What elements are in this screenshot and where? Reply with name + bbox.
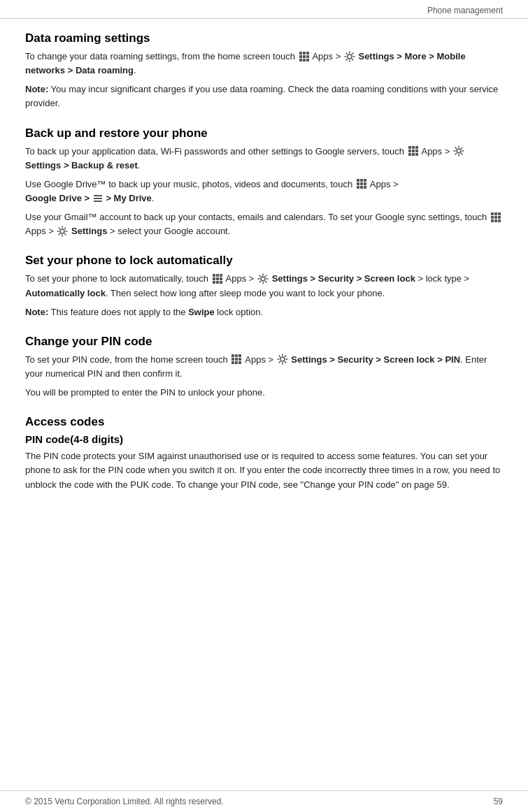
svg-rect-29 <box>94 195 102 196</box>
svg-rect-8 <box>306 59 309 61</box>
svg-point-61 <box>280 357 285 361</box>
settings-icon-4 <box>257 273 269 284</box>
nav-settings-more: Settings > More > <box>358 51 434 61</box>
svg-rect-7 <box>303 59 306 61</box>
nav-pin: PIN <box>445 354 460 365</box>
svg-rect-32 <box>491 212 494 215</box>
section-change-pin: Change your PIN code To set your PIN cod… <box>25 335 503 400</box>
section-set-lock: Set your phone to lock automatically To … <box>25 254 503 319</box>
apps-icon-4 <box>490 212 501 223</box>
svg-rect-4 <box>303 55 306 58</box>
svg-rect-21 <box>360 179 363 182</box>
note-label-2: Note: <box>25 307 48 317</box>
note-label-1: Note: <box>25 84 48 94</box>
para-lock-note: Note: This feature does not apply to the… <box>25 305 503 319</box>
svg-rect-23 <box>357 182 359 185</box>
settings-icon-3 <box>57 226 68 237</box>
header-title: Phone management <box>427 6 503 15</box>
settings-icon-5 <box>277 354 288 365</box>
nav-my-drive: > My Drive <box>106 193 151 203</box>
svg-rect-11 <box>412 146 415 149</box>
svg-rect-15 <box>415 150 418 152</box>
svg-rect-54 <box>238 354 241 357</box>
nav-settings-security-pin: Settings > Security > Screen lock > <box>291 354 442 365</box>
section-title-backup: Back up and restore your phone <box>25 126 503 140</box>
section-title-pin: Change your PIN code <box>25 335 503 349</box>
para-backup-2: Use Google Drive™ to back up your music,… <box>25 177 503 205</box>
svg-rect-60 <box>238 361 241 364</box>
svg-rect-34 <box>498 212 501 215</box>
svg-point-51 <box>261 277 265 281</box>
page-footer: © 2015 Vertu Corporation Limited. All ri… <box>0 790 528 812</box>
nav-settings-backup: Settings > Backup & reset <box>25 160 138 171</box>
svg-rect-45 <box>213 277 215 280</box>
svg-rect-56 <box>235 358 238 361</box>
svg-rect-43 <box>216 274 219 277</box>
svg-point-41 <box>60 229 64 233</box>
para-pin-1: To set your PIN code, from the home scre… <box>25 353 503 381</box>
subsection-pin-code: PIN code(4-8 digits) The PIN code protec… <box>25 433 503 491</box>
svg-point-19 <box>457 149 461 153</box>
apps-icon-1 <box>299 51 310 62</box>
svg-rect-27 <box>360 186 363 189</box>
svg-rect-13 <box>408 150 411 152</box>
para-pin-2: You will be prompted to enter the PIN to… <box>25 386 503 400</box>
para-access-codes-pin: The PIN code protects your SIM against u… <box>25 449 503 491</box>
apps-icon-3 <box>356 178 367 189</box>
swipe-text: Swipe <box>188 307 215 317</box>
svg-rect-40 <box>498 219 501 222</box>
svg-rect-17 <box>412 153 415 156</box>
svg-point-9 <box>348 55 352 59</box>
svg-rect-53 <box>235 354 238 357</box>
svg-rect-52 <box>231 354 234 357</box>
svg-rect-14 <box>412 150 415 152</box>
section-backup-restore: Back up and restore your phone To back u… <box>25 126 503 239</box>
nav-settings-google: Settings <box>71 226 107 236</box>
svg-rect-47 <box>220 277 222 280</box>
svg-rect-38 <box>491 219 494 222</box>
svg-rect-30 <box>94 198 102 199</box>
svg-rect-1 <box>303 52 306 55</box>
svg-rect-58 <box>231 361 234 364</box>
svg-rect-25 <box>364 182 366 185</box>
page-content: Data roaming settings To change your dat… <box>0 19 528 549</box>
svg-rect-24 <box>360 182 363 185</box>
svg-rect-37 <box>498 216 501 219</box>
svg-rect-39 <box>494 219 497 222</box>
svg-rect-3 <box>299 55 302 58</box>
apps-icon-5 <box>212 273 223 284</box>
svg-rect-31 <box>94 201 102 202</box>
svg-rect-20 <box>357 179 359 182</box>
footer-copyright: © 2015 Vertu Corporation Limited. All ri… <box>25 797 224 806</box>
nav-google-drive: Google Drive > <box>25 193 90 203</box>
svg-rect-49 <box>216 281 219 284</box>
svg-rect-5 <box>306 55 309 58</box>
svg-rect-22 <box>364 179 366 182</box>
hamburger-icon-1 <box>93 194 103 203</box>
svg-rect-35 <box>491 216 494 219</box>
nav-auto-lock: Automatically lock <box>25 288 106 298</box>
section-access-codes: Access codes PIN code(4-8 digits) The PI… <box>25 415 503 491</box>
svg-rect-18 <box>415 153 418 156</box>
svg-rect-57 <box>238 358 241 361</box>
svg-rect-2 <box>306 52 309 55</box>
svg-rect-46 <box>216 277 219 280</box>
apps-icon-2 <box>408 145 419 157</box>
svg-rect-42 <box>213 274 215 277</box>
para-backup-1: To back up your application data, Wi-Fi … <box>25 145 503 173</box>
svg-rect-48 <box>213 281 215 284</box>
section-title-lock: Set your phone to lock automatically <box>25 254 503 268</box>
para-lock-1: To set your phone to lock automatically,… <box>25 272 503 300</box>
para-data-roaming-note: Note: You may incur significant charges … <box>25 82 503 110</box>
section-title-data-roaming: Data roaming settings <box>25 31 503 45</box>
svg-rect-0 <box>299 52 302 55</box>
svg-rect-55 <box>231 358 234 361</box>
footer-page-number: 59 <box>494 797 503 806</box>
svg-rect-59 <box>235 361 238 364</box>
apps-icon-6 <box>231 354 242 365</box>
svg-rect-26 <box>357 186 359 189</box>
svg-rect-28 <box>364 186 366 189</box>
svg-rect-44 <box>220 274 222 277</box>
svg-rect-33 <box>494 212 497 215</box>
svg-rect-16 <box>408 153 411 156</box>
